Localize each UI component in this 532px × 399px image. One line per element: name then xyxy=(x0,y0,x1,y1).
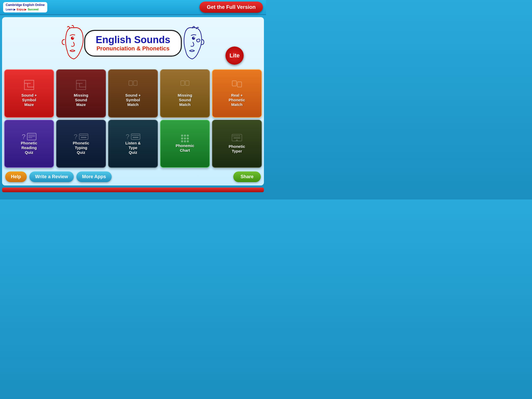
svg-point-3 xyxy=(194,37,195,38)
svg-rect-24 xyxy=(82,135,83,136)
missing-match-icon xyxy=(180,80,190,92)
header: Cambridge English Online Learn ▶ Enjoy ▶… xyxy=(0,0,266,15)
phonetic-typing-quiz-label: PhoneticTypingQuiz xyxy=(73,141,89,155)
sound-symbol-match-tile[interactable]: Sound +SymbolMatch xyxy=(108,69,158,118)
typing-quiz-icons: ? xyxy=(74,133,88,141)
maze-icon xyxy=(24,80,34,92)
speech-bubble: English Sounds Pronunciation & Phonetics xyxy=(84,30,182,57)
logo: Cambridge English Online Learn ▶ Enjoy ▶… xyxy=(3,2,47,12)
more-apps-button[interactable]: More Apps xyxy=(76,171,112,182)
bottom-left-buttons: Help Write a Review More Apps xyxy=(5,171,112,182)
missing-sound-maze-label: MissingSoundMaze xyxy=(74,93,88,107)
phonetic-reading-quiz-tile[interactable]: ? PhoneticReadingQuiz xyxy=(4,120,54,168)
phonemic-chart-tile[interactable]: PhonemicChart xyxy=(160,120,210,168)
sound-symbol-maze-label: Sound +SymbolMaze xyxy=(21,93,37,107)
svg-rect-42 xyxy=(234,137,240,138)
typer-keyboard-icon xyxy=(232,134,242,143)
bottom-bar: Help Write a Review More Apps Share xyxy=(4,170,262,183)
real-phonetic-match-label: Real +PhoneticMatch xyxy=(229,93,245,107)
logo-tagline: Learn ▶ Enjoy ▶ Succeed xyxy=(6,7,38,11)
app-subtitle: Pronunciation & Phonetics xyxy=(96,45,170,52)
sound-symbol-maze-tile[interactable]: Sound +SymbolMaze xyxy=(4,69,54,118)
main-content: English Sounds Pronunciation & Phonetics xyxy=(2,17,264,185)
svg-rect-38 xyxy=(234,135,235,136)
svg-rect-27 xyxy=(86,135,87,136)
real-phonetic-match-tile[interactable]: Real +PhoneticMatch xyxy=(212,69,262,118)
svg-rect-18 xyxy=(27,133,36,140)
real-match-icon xyxy=(232,80,242,92)
svg-rect-29 xyxy=(131,134,140,139)
footer-bar xyxy=(2,188,264,192)
tagline-enjoy: Enjoy ▶ xyxy=(17,8,26,11)
phonemic-chart-label: PhonemicChart xyxy=(176,143,194,153)
svg-rect-28 xyxy=(81,137,87,138)
svg-rect-35 xyxy=(133,137,138,138)
chart-dots-icon xyxy=(181,135,189,142)
svg-rect-40 xyxy=(237,135,238,136)
phonetic-typing-quiz-tile[interactable]: ? PhoneticTypingQuiz xyxy=(56,120,106,168)
get-full-version-button[interactable]: Get the Full Version xyxy=(200,2,263,13)
missing-maze-icon xyxy=(76,80,86,92)
svg-rect-16 xyxy=(232,81,236,86)
match-icon xyxy=(128,80,138,92)
svg-point-0 xyxy=(71,37,74,40)
lite-badge: Lite xyxy=(225,46,244,65)
missing-sound-match-tile[interactable]: MissingSoundMatch xyxy=(160,69,210,118)
svg-rect-41 xyxy=(239,135,240,136)
reading-quiz-icons: ? xyxy=(22,133,36,141)
hero-section: English Sounds Pronunciation & Phonetics xyxy=(4,19,262,67)
svg-rect-8 xyxy=(76,80,86,90)
svg-rect-13 xyxy=(134,81,137,85)
svg-rect-39 xyxy=(236,135,237,136)
listen-question-icon: ? xyxy=(126,133,129,141)
svg-rect-23 xyxy=(80,135,81,136)
svg-point-2 xyxy=(192,37,195,40)
tagline-succeed: Succeed xyxy=(28,8,38,11)
listen-quiz-icons: ? xyxy=(126,133,140,141)
svg-point-1 xyxy=(72,37,74,38)
missing-sound-match-label: MissingSoundMatch xyxy=(178,93,192,107)
phonetic-typer-label: PhoneticTyper xyxy=(229,144,245,154)
listen-type-quiz-label: Listen &TypeQuiz xyxy=(125,141,141,155)
svg-rect-33 xyxy=(137,135,138,136)
write-review-button[interactable]: Write a Review xyxy=(29,171,74,182)
svg-rect-22 xyxy=(79,134,88,139)
sound-symbol-match-label: Sound +SymbolMatch xyxy=(125,93,141,107)
svg-rect-25 xyxy=(83,135,84,136)
svg-rect-31 xyxy=(134,135,135,136)
svg-rect-26 xyxy=(85,135,86,136)
missing-sound-maze-tile[interactable]: MissingSoundMaze xyxy=(56,69,106,118)
svg-marker-43 xyxy=(236,139,238,141)
question-mark-icon: ? xyxy=(22,133,25,141)
svg-rect-32 xyxy=(135,135,136,136)
listen-type-quiz-tile[interactable]: ? Listen &TypeQuiz xyxy=(108,120,158,168)
svg-rect-4 xyxy=(24,80,34,90)
share-button[interactable]: Share xyxy=(233,171,261,182)
svg-rect-34 xyxy=(138,135,139,136)
svg-rect-37 xyxy=(233,135,234,136)
svg-rect-15 xyxy=(185,81,189,85)
tagline-learn: Learn ▶ xyxy=(6,8,16,11)
app-title: English Sounds xyxy=(96,35,170,45)
phonetic-typer-tile[interactable]: PhoneticTyper xyxy=(212,120,262,168)
svg-rect-30 xyxy=(132,135,133,136)
phonetic-reading-quiz-label: PhoneticReadingQuiz xyxy=(21,141,37,155)
help-button[interactable]: Help xyxy=(5,171,27,182)
svg-rect-17 xyxy=(237,82,242,87)
typing-question-icon: ? xyxy=(74,133,77,141)
svg-rect-12 xyxy=(129,81,132,85)
activity-grid: Sound +SymbolMaze MissingSoundMaze xyxy=(4,69,262,168)
logo-title: Cambridge English Online xyxy=(6,3,45,7)
svg-rect-14 xyxy=(181,81,184,85)
